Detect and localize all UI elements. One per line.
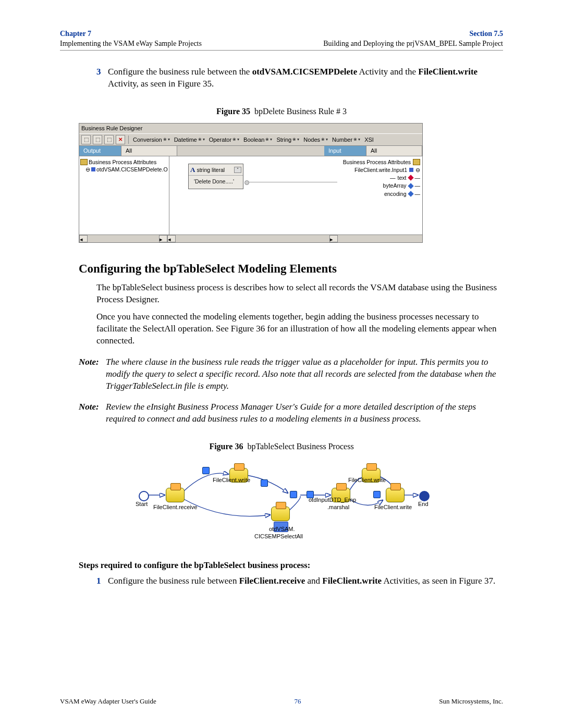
steps-heading: Steps required to configure the bpTableS…: [79, 560, 503, 571]
note-2: Note: Review the eInsight Business Proce…: [79, 401, 503, 425]
otdvsam-activity: [271, 507, 290, 521]
dtd-label2: .marshal: [327, 503, 349, 511]
step-number: 3: [96, 66, 108, 90]
note-text: Review the eInsight Business Process Man…: [106, 401, 503, 425]
chapter-subtitle: Implementing the VSAM eWay Sample Projec…: [60, 39, 202, 49]
figure36: Start FileClient.receive FileClient.writ…: [134, 459, 429, 542]
paragraph: The bpTableSelect business process is de…: [96, 282, 503, 306]
toolbar-conversion[interactable]: Conversion ❀ ▾: [132, 136, 171, 144]
folder-icon: [413, 159, 420, 165]
mapbox-value: 'Delete Done.....': [189, 176, 243, 188]
step-text: Configure the business rule between File…: [108, 575, 503, 587]
write-activity: [386, 488, 405, 502]
input-header[interactable]: Input: [324, 146, 366, 156]
output-all[interactable]: All: [121, 146, 177, 156]
mapping-canvas[interactable]: A string literal ˄ 'Delete Done.....': [169, 156, 334, 235]
connection-wire: [249, 182, 337, 182]
section-subtitle: Building and Deploying the prjVSAM_BPEL …: [323, 39, 503, 49]
receive-activity: [166, 488, 185, 502]
toolbar-datetime[interactable]: Datetime ❀ ▾: [173, 136, 206, 144]
tool-icon[interactable]: ⬚: [81, 135, 91, 144]
toolbar-xsi[interactable]: XSI: [363, 136, 375, 144]
figure35-caption: Figure 35 bpDelete Business Rule # 3: [60, 106, 503, 117]
figure35: Business Rule Designer ⬚ ⬚ ⬚ ✕ Conversio…: [79, 123, 423, 243]
node-icon: [409, 168, 413, 172]
write-label: FileClient.write: [374, 503, 412, 511]
note-label: Note:: [79, 401, 106, 425]
header-rule: [60, 50, 503, 51]
section-label: Section 7.5: [323, 29, 503, 39]
input-all[interactable]: All: [366, 146, 422, 156]
tree-node[interactable]: FileClient.write.Input1 ⊖: [336, 166, 420, 174]
output-port[interactable]: [244, 180, 249, 185]
tool-icon[interactable]: ⬚: [93, 135, 102, 144]
collapse-icon[interactable]: ˄: [234, 167, 241, 173]
start-node: [139, 491, 149, 501]
page-header: Chapter 7 Implementing the VSAM eWay Sam…: [60, 29, 503, 49]
brd-title: Business Rule Designer: [79, 124, 422, 133]
paragraph: Once you have connected the modeling ele…: [96, 311, 503, 347]
link-icon: [373, 491, 381, 498]
input-tree[interactable]: Business Process Attributes FileClient.w…: [334, 156, 422, 235]
receive-label: FileClient.receive: [153, 503, 197, 511]
footer-right: Sun Microsystems, Inc.: [439, 697, 503, 706]
footer-left: VSAM eWay Adapter User's Guide: [60, 697, 156, 706]
link-icon: [202, 467, 210, 474]
toolbar-string[interactable]: String ❀ ▾: [275, 136, 300, 144]
tree-root[interactable]: Business Process Attributes: [336, 158, 420, 166]
tree-leaf-text[interactable]: — text —: [336, 174, 420, 181]
scrollbar-h[interactable]: ◂▸: [167, 235, 338, 242]
delete-icon[interactable]: ✕: [116, 135, 125, 144]
tree-node[interactable]: ⊖ otdVSAM.CICSEMPDelete.O: [80, 166, 168, 173]
tree-leaf-bytearray[interactable]: byteArray —: [336, 182, 420, 189]
diamond-icon: [408, 175, 413, 181]
end-label: End: [418, 500, 429, 508]
tree-leaf-encoding[interactable]: encoding —: [336, 190, 420, 198]
otdvsam-label1: otdVSAM.: [269, 525, 295, 533]
start-label: Start: [136, 500, 148, 508]
otdvsam-label2: CICSEMPSelectAll: [254, 533, 303, 540]
mapbox-title: string literal: [197, 166, 225, 174]
diamond-icon: [408, 191, 413, 196]
note-1: Note: The where clause in the business r…: [79, 356, 503, 392]
page-footer: VSAM eWay Adapter User's Guide 76 Sun Mi…: [60, 697, 503, 706]
toolbar-boolean[interactable]: Boolean ❀ ▾: [242, 136, 273, 144]
footer-page: 76: [294, 697, 301, 706]
step-text: Configure the business rule between the …: [108, 66, 503, 90]
output-tree[interactable]: Business Process Attributes ⊖ otdVSAM.CI…: [79, 156, 169, 235]
type-icon: A: [190, 165, 195, 175]
diamond-icon: [408, 183, 413, 189]
note-text: The where clause in the business rule re…: [106, 356, 503, 392]
tree-root[interactable]: Business Process Attributes: [80, 158, 168, 166]
figure36-caption: Figure 36 bpTableSelect Business Process: [60, 441, 503, 452]
brd-toolbar: ⬚ ⬚ ⬚ ✕ Conversion ❀ ▾ Datetime ❀ ▾ Oper…: [79, 133, 422, 146]
brd-columns-header: Output All Input All: [79, 146, 422, 156]
link-icon: [307, 491, 314, 498]
string-literal-box[interactable]: A string literal ˄ 'Delete Done.....': [188, 164, 243, 189]
write-label: FileClient.write: [213, 476, 250, 484]
section-heading: Configuring the bpTableSelect Modeling E…: [79, 261, 503, 277]
toolbar-nodes[interactable]: Nodes ❀ ▾: [302, 136, 329, 144]
step-number: 1: [96, 575, 108, 587]
end-node: [419, 491, 430, 501]
link-icon: [290, 491, 297, 498]
output-header[interactable]: Output: [79, 146, 121, 156]
node-icon: [91, 167, 95, 171]
write-label: FileClient.write: [348, 476, 386, 484]
tool-icon[interactable]: ⬚: [104, 135, 114, 144]
step-1: 1 Configure the business rule between Fi…: [96, 575, 503, 587]
dtd-label1: otdInputDTD_Emp: [309, 496, 356, 504]
note-label: Note:: [79, 356, 106, 392]
link-icon: [261, 479, 268, 487]
step-3: 3 Configure the business rule between th…: [96, 66, 503, 90]
toolbar-number[interactable]: Number ❀ ▾: [331, 136, 361, 144]
folder-icon: [80, 159, 88, 165]
scrollbar-h[interactable]: ◂▸: [79, 235, 167, 242]
chapter-label: Chapter 7: [60, 29, 202, 39]
separator: [128, 135, 129, 144]
toolbar-operator[interactable]: Operator ❀ ▾: [208, 136, 240, 144]
